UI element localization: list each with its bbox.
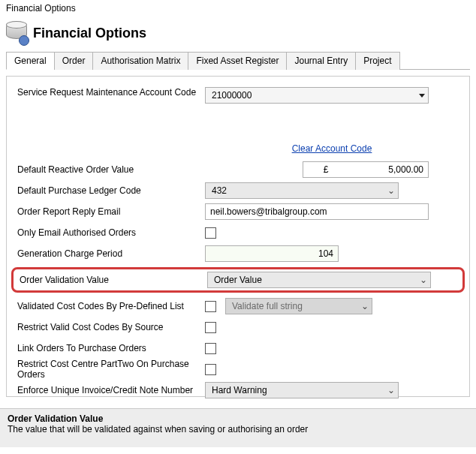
tabstrip: General Order Authorisation Matrix Fixed… xyxy=(6,51,470,70)
default-reactive-amount: 5,000.00 xyxy=(348,164,428,175)
dropdown-icon xyxy=(419,94,425,98)
help-bar: Order Validation Value The value that wi… xyxy=(0,408,476,447)
default-ledger-value: 432 xyxy=(212,185,227,196)
validated-costcodes-label: Validated Cost Codes By Pre-Defined List xyxy=(17,301,205,311)
restrict-costcentre-checkbox[interactable] xyxy=(205,364,216,375)
tab-order[interactable]: Order xyxy=(54,52,94,70)
validation-value-label: Order Validation Value xyxy=(18,275,207,285)
order-validation-value-selected: Order Value xyxy=(214,275,262,285)
help-text: The value that will be validated against… xyxy=(8,424,468,434)
default-ledger-select[interactable]: 432 ⌄ xyxy=(205,182,399,199)
only-email-checkbox[interactable] xyxy=(205,227,216,239)
enforce-unique-value: Hard Warning xyxy=(212,385,267,395)
financial-options-icon xyxy=(6,23,27,44)
link-orders-label: Link Orders To Purchase Orders xyxy=(17,343,205,353)
enforce-unique-label: Enforce Unique Invoice/Credit Note Numbe… xyxy=(17,385,205,395)
page-header: Financial Options xyxy=(0,17,476,48)
default-ledger-label: Default Purchase Ledger Code xyxy=(17,185,205,196)
default-reactive-value-input[interactable]: £ 5,000.00 xyxy=(303,161,429,178)
restrict-costcentre-label: Restrict Cost Centre PartTwo On Purchase… xyxy=(17,359,205,380)
gen-charge-input[interactable] xyxy=(205,245,339,262)
help-title: Order Validation Value xyxy=(8,413,468,424)
order-validation-value-select[interactable]: Order Value ⌄ xyxy=(207,272,431,288)
chevron-down-icon: ⌄ xyxy=(387,385,395,395)
chevron-down-icon: ⌄ xyxy=(387,185,395,196)
service-request-account-select[interactable]: 21000000 xyxy=(205,87,429,104)
default-reactive-label: Default Reactive Order Value xyxy=(17,164,205,175)
restrict-valid-costcodes-checkbox[interactable] xyxy=(205,322,216,333)
window-title: Financial Options xyxy=(0,0,476,17)
order-validation-value-row: Order Validation Value Order Value ⌄ xyxy=(11,267,465,293)
chevron-down-icon: ⌄ xyxy=(361,301,369,311)
tab-authorisation-matrix[interactable]: Authorisation Matrix xyxy=(92,52,188,70)
currency-symbol: £ xyxy=(303,164,348,175)
tab-fixed-asset-register[interactable]: Fixed Asset Register xyxy=(188,52,287,70)
reply-email-label: Order Report Reply Email xyxy=(17,206,205,217)
general-panel: Service Request Maintenance Account Code… xyxy=(6,76,470,397)
page-title: Financial Options xyxy=(33,26,146,41)
service-request-account-value: 21000000 xyxy=(212,90,252,101)
tab-general[interactable]: General xyxy=(6,52,55,70)
enforce-unique-select[interactable]: Hard Warning ⌄ xyxy=(205,382,399,398)
gen-charge-label: Generation Charge Period xyxy=(17,248,205,259)
validated-costcodes-checkbox[interactable] xyxy=(205,301,216,312)
chevron-down-icon: ⌄ xyxy=(420,275,427,285)
validate-full-string-label: Validate full string xyxy=(232,301,303,311)
reply-email-input[interactable] xyxy=(205,203,429,220)
link-orders-checkbox[interactable] xyxy=(205,343,216,354)
clear-account-code-link[interactable]: Clear Account Code xyxy=(292,143,372,154)
tab-project[interactable]: Project xyxy=(355,52,399,70)
restrict-valid-costcodes-label: Restrict Valid Cost Codes By Source xyxy=(17,322,205,332)
tab-journal-entry[interactable]: Journal Entry xyxy=(286,52,356,70)
only-email-label: Only Email Authorised Orders xyxy=(17,227,205,238)
service-request-label: Service Request Maintenance Account Code xyxy=(17,87,205,98)
validate-full-string-select: Validate full string ⌄ xyxy=(225,298,372,314)
